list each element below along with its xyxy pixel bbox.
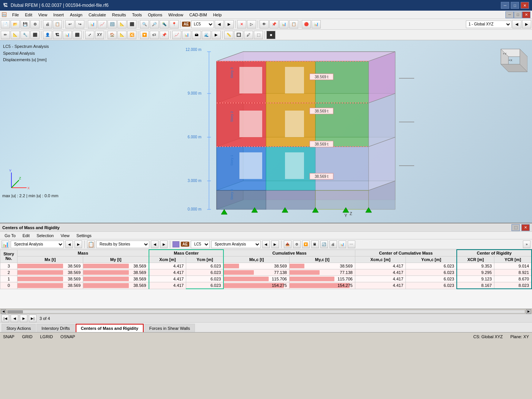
- panel-close[interactable]: ✕: [522, 11, 530, 18]
- tb-x4[interactable]: 📌: [269, 20, 279, 28]
- menu-options[interactable]: Options: [145, 12, 165, 18]
- tb2-b19[interactable]: 🖊: [244, 31, 253, 39]
- tb2-b21[interactable]: ■: [266, 31, 276, 39]
- tb-b6[interactable]: 🔍: [140, 20, 149, 28]
- menu-edit[interactable]: Edit: [22, 12, 35, 18]
- tb2-filter[interactable]: 🔽: [140, 31, 149, 39]
- panel-results-prev[interactable]: ◀: [151, 241, 158, 248]
- tb-print2[interactable]: 📋: [53, 20, 62, 28]
- nav-last[interactable]: ▶|: [29, 315, 36, 322]
- status-lgrid[interactable]: LGRID: [40, 334, 53, 339]
- panel-export2[interactable]: 📊: [339, 241, 346, 248]
- panel-more[interactable]: ⋯: [348, 241, 355, 248]
- tb-view-next[interactable]: ▶: [522, 20, 531, 28]
- tb2-expand[interactable]: ⤢: [85, 31, 94, 39]
- menu-calculate[interactable]: Calculate: [86, 12, 109, 18]
- panel-minimize[interactable]: ─: [505, 11, 514, 18]
- tb2-b15[interactable]: 🏔: [192, 31, 201, 39]
- tb2-b4[interactable]: ⬛: [30, 31, 40, 39]
- menu-insert[interactable]: Insert: [50, 12, 67, 18]
- tb2-ruler[interactable]: 📏: [224, 31, 233, 39]
- menu-file[interactable]: File: [9, 12, 22, 18]
- status-snap[interactable]: SNAP: [3, 334, 14, 339]
- nav-first[interactable]: |◀: [2, 315, 9, 322]
- panel-restore[interactable]: □: [514, 11, 522, 18]
- panel-menu-view[interactable]: View: [57, 233, 73, 239]
- panel-print[interactable]: 🖨: [329, 241, 337, 248]
- tb2-b20[interactable]: ⬚: [254, 31, 263, 39]
- h-scrollbar[interactable]: ◀ ▶: [0, 309, 532, 314]
- tab-centers-mass[interactable]: Centers of Mass and Rigidity: [76, 324, 144, 332]
- view-combo[interactable]: 1 - Global XYZ: [466, 21, 511, 28]
- panel-lc-select[interactable]: LC5: [191, 241, 210, 248]
- tb2-xy[interactable]: XY: [95, 31, 104, 39]
- tb-save[interactable]: 💾: [21, 20, 30, 28]
- status-grid[interactable]: GRID: [22, 334, 33, 339]
- panel-float[interactable]: ⬚: [511, 224, 520, 231]
- panel-overflow[interactable]: »: [523, 241, 530, 248]
- panel-lc-prev[interactable]: ◀: [262, 241, 270, 248]
- menu-window[interactable]: Window: [165, 12, 186, 18]
- tb2-b6[interactable]: 🏗: [53, 31, 62, 39]
- panel-lc-name[interactable]: Spectrum Analysis: [211, 241, 261, 248]
- tb2-b9[interactable]: 🏠: [108, 31, 117, 39]
- tab-forces-shear[interactable]: Forces in Shear Walls: [144, 324, 195, 332]
- maximize-button[interactable]: □: [511, 2, 519, 9]
- tb-settings[interactable]: ⚙: [30, 20, 40, 28]
- tb-open[interactable]: 📂: [11, 20, 20, 28]
- panel-prev[interactable]: ◀: [65, 241, 73, 248]
- tb2-b11[interactable]: 🔀: [127, 31, 136, 39]
- tb-next-lc[interactable]: ▶: [225, 20, 234, 28]
- minimize-button[interactable]: ─: [501, 2, 509, 9]
- menu-help[interactable]: Help: [210, 12, 225, 18]
- tb2-b13[interactable]: 📌: [160, 31, 169, 39]
- tb-x6[interactable]: 📋: [289, 20, 298, 28]
- close-button[interactable]: ✕: [521, 2, 529, 9]
- tb-redo[interactable]: ↪: [75, 20, 84, 28]
- scroll-right[interactable]: ▶: [526, 309, 531, 314]
- scroll-thumb[interactable]: [8, 310, 23, 314]
- tb-b9[interactable]: 📍: [169, 20, 179, 28]
- scroll-track[interactable]: [7, 310, 525, 314]
- menu-results[interactable]: Results: [109, 12, 129, 18]
- lc-dropdown[interactable]: LC5: [191, 21, 214, 28]
- nav-next[interactable]: ▶: [20, 315, 27, 322]
- menu-cad-bim[interactable]: CAD-BIM: [186, 12, 210, 18]
- panel-filter[interactable]: 🔽: [302, 241, 310, 248]
- nav-prev[interactable]: ◀: [11, 315, 18, 322]
- tb-print[interactable]: 🖨: [43, 20, 52, 28]
- tb2-b3[interactable]: 🔧: [21, 31, 30, 39]
- tb-b3[interactable]: 🔢: [108, 20, 117, 28]
- tb-b4[interactable]: 📐: [117, 20, 127, 28]
- tb2-b16[interactable]: 🌊: [202, 31, 211, 39]
- tb2-b5[interactable]: 👤: [43, 31, 52, 39]
- tb-x2[interactable]: ▷: [247, 20, 256, 28]
- tb2-b2[interactable]: 📐: [11, 31, 20, 39]
- tb2-b7[interactable]: 📊: [63, 31, 72, 39]
- tb-b8[interactable]: 🔦: [160, 20, 169, 28]
- menu-view[interactable]: View: [35, 12, 51, 18]
- panel-refresh[interactable]: 🔄: [320, 241, 328, 248]
- panel-results-next[interactable]: ▶: [160, 241, 168, 248]
- status-osnap[interactable]: OSNAP: [60, 334, 75, 339]
- tb-x7[interactable]: 🔴: [302, 20, 311, 28]
- tab-story-actions[interactable]: Story Actions: [2, 324, 36, 332]
- tab-interstory-drifts[interactable]: Interstory Drifts: [36, 324, 75, 332]
- tb-x5[interactable]: 📊: [279, 20, 288, 28]
- tb-b7[interactable]: 🔎: [150, 20, 159, 28]
- tb-undo[interactable]: ↩: [65, 20, 74, 28]
- panel-menu-goto[interactable]: Go To: [2, 233, 19, 239]
- panel-lc-next[interactable]: ▶: [271, 241, 279, 248]
- tb-b2[interactable]: 📈: [98, 20, 107, 28]
- results-combo[interactable]: Results by Stories: [96, 241, 149, 248]
- tb2-b18[interactable]: 🔲: [234, 31, 243, 39]
- scroll-left[interactable]: ◀: [1, 309, 6, 314]
- tb-b5[interactable]: ⬛: [127, 20, 136, 28]
- tb2-graph[interactable]: 📈: [172, 31, 181, 39]
- panel-menu-edit[interactable]: Edit: [19, 233, 33, 239]
- tb-x8[interactable]: 📊: [312, 20, 321, 28]
- tb-x3[interactable]: 👁: [260, 20, 269, 28]
- panel-calc[interactable]: 🖩: [311, 241, 319, 248]
- spectral-combo[interactable]: Spectral Analysis: [11, 241, 64, 248]
- panel-settings2[interactable]: ⚙: [293, 241, 301, 248]
